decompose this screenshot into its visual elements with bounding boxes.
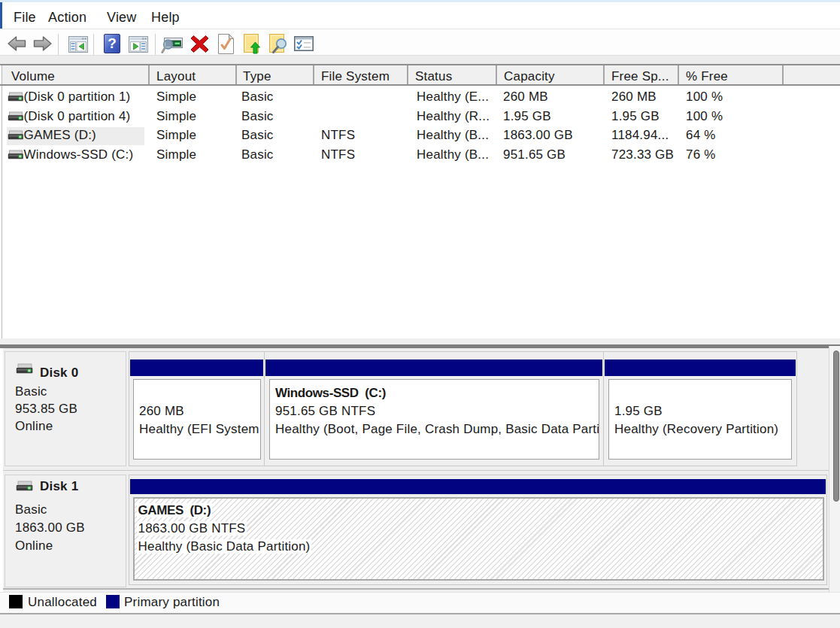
svg-text:?: ? (108, 35, 117, 51)
